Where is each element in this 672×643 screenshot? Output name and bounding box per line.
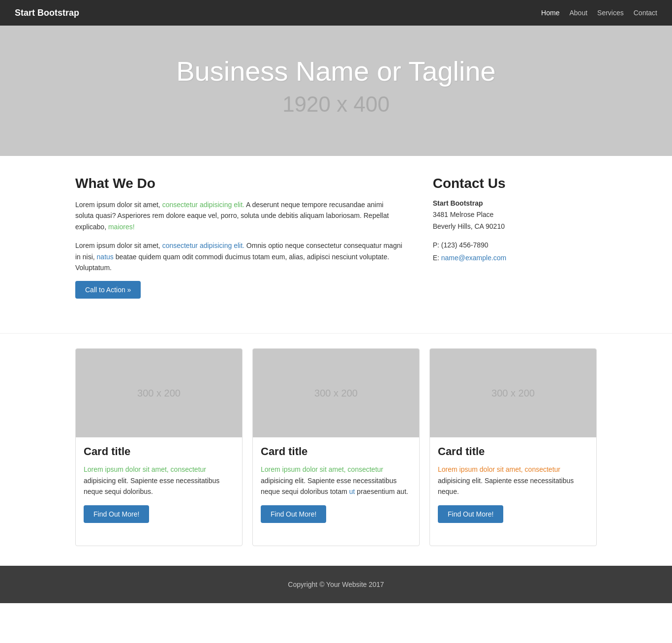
card-1: 300 x 200 Card title Lorem ipsum dolor s… <box>75 348 243 546</box>
nav-item-contact[interactable]: Contact <box>634 9 657 17</box>
paragraph2-link1: consectetur adipisicing elit. <box>162 242 244 249</box>
what-we-do-paragraph1: Lorem ipsum dolor sit amet, consectetur … <box>75 199 403 232</box>
contact-us-heading: Contact Us <box>433 176 597 191</box>
nav-link-home[interactable]: Home <box>541 9 559 17</box>
hero-subtitle: 1920 x 400 <box>10 92 662 117</box>
contact-company: Start Bootstrap <box>433 199 597 207</box>
contact-info: P: (123) 456-7890 E: name@example.com <box>433 239 597 265</box>
nav-menu: Home About Services Contact <box>541 9 657 17</box>
card-3-title: Card title <box>438 445 588 458</box>
contact-address: 3481 Melrose Place Beverly Hills, CA 902… <box>433 209 597 233</box>
what-we-do-paragraph2: Lorem ipsum dolor sit amet, consectetur … <box>75 240 403 273</box>
email-label: E: <box>433 254 439 262</box>
nav-item-about[interactable]: About <box>569 9 587 17</box>
section-divider <box>0 333 672 334</box>
card-3-body: Card title Lorem ipsum dolor sit amet, c… <box>430 437 596 545</box>
hero-title: Business Name or Tagline <box>10 55 662 87</box>
paragraph1-link1: consectetur adipisicing elit. <box>162 201 244 209</box>
footer: Copyright © Your Website 2017 <box>0 566 672 603</box>
hero-section: Business Name or Tagline 1920 x 400 <box>0 26 672 156</box>
card-1-button[interactable]: Find Out More! <box>84 505 149 523</box>
card-3: 300 x 200 Card title Lorem ipsum dolor s… <box>429 348 597 546</box>
card-1-text: Lorem ipsum dolor sit amet, consectetur … <box>84 464 234 497</box>
contact-phone-row: P: (123) 456-7890 <box>433 239 597 252</box>
card-2-text-link2: ut <box>349 488 355 495</box>
card-3-text-link1: Lorem ipsum dolor sit amet, consectetur <box>438 465 560 473</box>
navbar-brand[interactable]: Start Bootstrap <box>15 8 79 18</box>
cards-section: 300 x 200 Card title Lorem ipsum dolor s… <box>65 348 607 565</box>
phone-number: (123) 456-7890 <box>441 241 489 249</box>
card-3-image-label: 300 x 200 <box>491 388 535 399</box>
nav-link-about[interactable]: About <box>569 9 587 17</box>
nav-item-home[interactable]: Home <box>541 9 559 17</box>
paragraph2-link2: natus <box>97 253 114 261</box>
phone-label: P: <box>433 241 439 249</box>
card-2-button[interactable]: Find Out More! <box>261 505 326 523</box>
card-2-image: 300 x 200 <box>253 349 419 437</box>
main-content: What We Do Lorem ipsum dolor sit amet, c… <box>65 156 607 313</box>
card-3-text: Lorem ipsum dolor sit amet, consectetur … <box>438 464 588 497</box>
two-column-section: What We Do Lorem ipsum dolor sit amet, c… <box>75 176 597 313</box>
nav-item-services[interactable]: Services <box>597 9 624 17</box>
card-2-body: Card title Lorem ipsum dolor sit amet, c… <box>253 437 419 545</box>
contact-address-line2: Beverly Hills, CA 90210 <box>433 222 505 230</box>
what-we-do-section: What We Do Lorem ipsum dolor sit amet, c… <box>75 176 403 313</box>
footer-text: Copyright © Your Website 2017 <box>288 581 384 588</box>
card-1-body: Card title Lorem ipsum dolor sit amet, c… <box>76 437 242 545</box>
email-link[interactable]: name@example.com <box>441 254 507 262</box>
card-1-image-label: 300 x 200 <box>137 388 181 399</box>
what-we-do-heading: What We Do <box>75 176 403 191</box>
card-1-image: 300 x 200 <box>76 349 242 437</box>
contact-email-row: E: name@example.com <box>433 251 597 265</box>
contact-us-section: Contact Us Start Bootstrap 3481 Melrose … <box>433 176 597 313</box>
nav-link-services[interactable]: Services <box>597 9 624 17</box>
card-2-image-label: 300 x 200 <box>314 388 358 399</box>
card-3-image: 300 x 200 <box>430 349 596 437</box>
card-2-text: Lorem ipsum dolor sit amet, consectetur … <box>261 464 411 497</box>
card-2-title: Card title <box>261 445 411 458</box>
card-2: 300 x 200 Card title Lorem ipsum dolor s… <box>252 348 420 546</box>
navbar: Start Bootstrap Home About Services Cont… <box>0 0 672 26</box>
card-1-title: Card title <box>84 445 234 458</box>
card-3-button[interactable]: Find Out More! <box>438 505 503 523</box>
card-1-text-link1: Lorem ipsum dolor sit amet, consectetur <box>84 465 206 473</box>
paragraph1-link2: maiores! <box>108 223 135 231</box>
contact-address-line1: 3481 Melrose Place <box>433 211 494 218</box>
cards-grid: 300 x 200 Card title Lorem ipsum dolor s… <box>75 348 597 546</box>
cta-button[interactable]: Call to Action » <box>75 281 141 299</box>
nav-link-contact[interactable]: Contact <box>634 9 657 17</box>
card-2-text-link1: Lorem ipsum dolor sit amet, consectetur <box>261 465 383 473</box>
